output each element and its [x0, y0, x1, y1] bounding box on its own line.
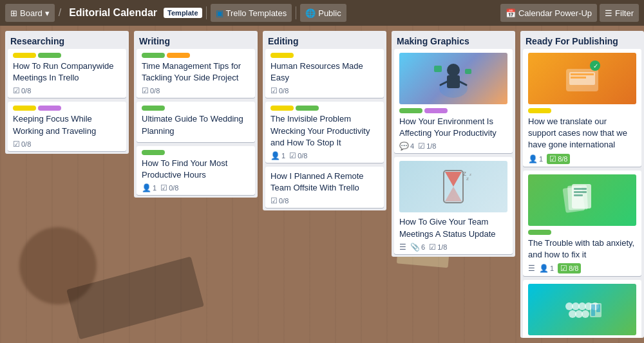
checklist-badge: ☑ 0/8 — [142, 86, 160, 95]
label-green — [38, 53, 61, 58]
card-w1[interactable]: Time Management Tips for Tackling Your S… — [137, 49, 255, 98]
checklist-badge: ☑ 0/8 — [270, 196, 289, 205]
card-footer: ☑ 0/8 — [270, 86, 379, 95]
globe-icon: 🌐 — [305, 8, 316, 18]
checklist-icon: ☑ — [13, 140, 20, 149]
svg-marker-9 — [445, 187, 462, 201]
card-footer: 👤 1 ☑ 0/8 — [270, 151, 379, 160]
card-title: Keeping Focus While Working and Travelin… — [13, 113, 121, 136]
card-labels — [142, 106, 250, 111]
card-e1[interactable]: Human Resources Made Easy ☑ 0/8 — [265, 49, 384, 98]
board-title: Editorial Calendar — [69, 7, 157, 19]
card-r1[interactable]: How To Run Companywide Meetings In Trell… — [8, 49, 126, 98]
card-labels — [270, 106, 379, 111]
public-button[interactable]: 🌐 Public — [300, 4, 346, 22]
card-footer: ☑ 0/8 — [270, 196, 379, 205]
card-mg2[interactable]: z z z How To Give Your Team Meetings A S… — [394, 157, 513, 254]
board-header: ⊞ Board ▾ / Editorial Calendar Template … — [0, 0, 644, 26]
checklist-badge: ☑ 0/8 — [13, 86, 31, 95]
list-making-graphics: Making Graphics — [392, 31, 515, 257]
label-green — [399, 108, 422, 113]
label-green — [142, 53, 165, 58]
checklist-complete-badge: ☑ 8/8 — [558, 263, 581, 273]
card-title: The Trouble with tab anxiety, and how to… — [528, 237, 636, 261]
checklist-icon: ☑ — [560, 264, 567, 273]
svg-rect-23 — [574, 191, 587, 193]
card-w3[interactable]: How To Find Your Most Productive Hours 👤… — [137, 146, 255, 195]
label-green — [142, 106, 165, 111]
svg-text:✓: ✓ — [593, 62, 598, 70]
filter-label: Filter — [615, 8, 634, 18]
card-image-rp2 — [528, 174, 636, 226]
illustration-inbox — [556, 287, 608, 332]
attachment-icon: 📎 — [410, 243, 420, 252]
list-badge: ☰ — [399, 243, 406, 252]
board-background: Researching How To Run Companywide Meeti… — [0, 26, 644, 343]
card-rp1[interactable]: ✓ How we translate our support cases now… — [523, 49, 641, 167]
checklist-badge: ☑ 0/8 — [13, 140, 31, 149]
list-cards-researching: How To Run Companywide Meetings In Trell… — [5, 49, 129, 154]
card-rp2[interactable]: The Trouble with tab anxiety, and how to… — [523, 171, 641, 276]
lists-container: Researching How To Run Companywide Meeti… — [0, 26, 644, 343]
card-footer: ☑ 0/8 — [142, 86, 250, 95]
card-w2[interactable]: Ultimate Guide To Wedding Planning — [137, 102, 255, 142]
list-title-ready-for-publishing: Ready For Publishing — [520, 31, 644, 49]
card-labels — [142, 53, 250, 58]
card-footer: 👤 1 ☑ 0/8 — [142, 183, 250, 192]
card-labels — [399, 108, 507, 113]
card-r2[interactable]: Keeping Focus While Working and Travelin… — [8, 102, 126, 151]
label-yellow — [270, 106, 294, 111]
board-button[interactable]: ⊞ Board ▾ — [5, 4, 55, 22]
trello-templates-button[interactable]: ▣ Trello Templates — [211, 4, 292, 22]
checklist-icon: ☑ — [429, 243, 436, 252]
card-image-rp3 — [528, 284, 636, 335]
card-title: Ultimate Guide To Wedding Planning — [142, 113, 250, 136]
card-title: How Your Environment Is Affecting Your P… — [399, 116, 507, 139]
svg-rect-35 — [596, 304, 600, 312]
svg-rect-24 — [574, 194, 583, 196]
member-badge: 👤 1 — [142, 183, 156, 192]
card-e2[interactable]: The Invisible Problem Wrecking Your Prod… — [265, 102, 384, 163]
list-icon: ☰ — [528, 264, 535, 273]
checklist-icon: ☑ — [549, 154, 556, 163]
svg-rect-22 — [574, 188, 587, 190]
filter-button[interactable]: ☰ Filter — [600, 4, 639, 22]
card-e3[interactable]: How I Planned A Remote Team Offsite With… — [265, 167, 384, 208]
label-yellow — [13, 53, 36, 58]
label-yellow — [13, 106, 36, 111]
checklist-icon: ☑ — [270, 196, 278, 205]
svg-rect-15 — [571, 73, 594, 75]
label-yellow — [270, 53, 294, 58]
list-title-researching: Researching — [5, 31, 129, 49]
checklist-icon: ☑ — [270, 86, 278, 95]
card-labels — [13, 53, 121, 58]
list-writing: Writing Time Management Tips for Tacklin… — [134, 31, 258, 198]
comment-icon: 💬 — [399, 142, 409, 151]
card-footer: ☑ 0/8 — [13, 140, 121, 149]
card-footer: ☰ 👤 1 ☑ 8/8 — [528, 263, 636, 273]
list-cards-making-graphics: How Your Environment Is Affecting Your P… — [392, 49, 515, 257]
calendar-powerup-label: Calendar Power-Up — [518, 8, 592, 18]
card-title: How I Planned A Remote Team Offsite With… — [270, 171, 379, 194]
filter-icon: ☰ — [605, 8, 612, 18]
svg-rect-16 — [571, 77, 586, 79]
illustration-hourglass: z z z — [428, 164, 479, 209]
calendar-powerup-button[interactable]: 📅 Calendar Power-Up — [500, 4, 597, 22]
card-mg1[interactable]: How Your Environment Is Affecting Your P… — [394, 49, 513, 153]
card-rp3[interactable]: How To Get To Inbox Zero — [523, 280, 641, 338]
header-separator2 — [296, 6, 296, 19]
card-labels — [528, 108, 636, 113]
person-icon: 👤 — [270, 151, 280, 160]
list-editing: Editing Human Resources Made Easy ☑ 0/8 — [263, 31, 386, 210]
card-footer: 👤 1 ☑ 8/8 — [528, 154, 636, 164]
person-icon: 👤 — [528, 154, 538, 163]
card-title: How To Give Your Team Meetings A Status … — [399, 216, 507, 239]
list-cards-editing: Human Resources Made Easy ☑ 0/8 The Invi… — [263, 49, 386, 210]
card-footer: ☰ 📎 6 ☑ 1/8 — [399, 243, 507, 252]
person-icon: 👤 — [142, 183, 151, 192]
illustration-files — [556, 178, 608, 223]
svg-point-32 — [582, 310, 589, 318]
list-title-making-graphics: Making Graphics — [392, 31, 515, 49]
list-cards-writing: Time Management Tips for Tackling Your S… — [134, 49, 258, 198]
label-yellow — [528, 108, 551, 113]
